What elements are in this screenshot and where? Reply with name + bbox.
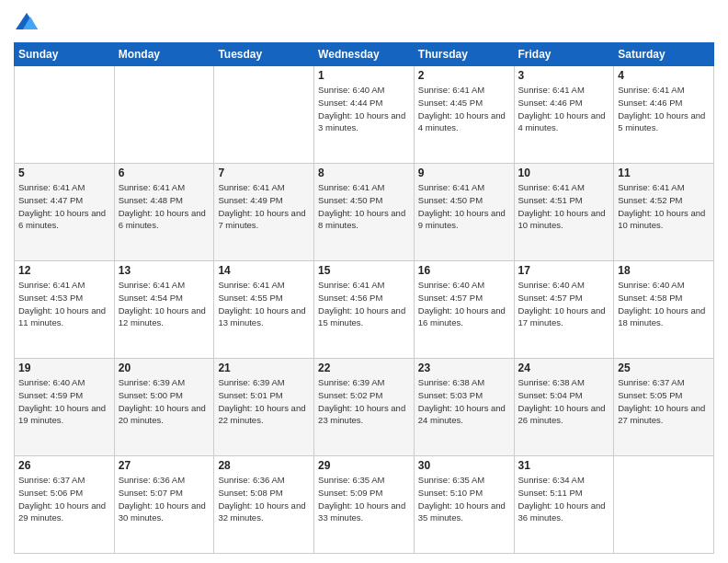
calendar-cell: 24Sunrise: 6:38 AM Sunset: 5:04 PM Dayli… <box>514 359 614 456</box>
calendar-cell: 30Sunrise: 6:35 AM Sunset: 5:10 PM Dayli… <box>414 456 514 554</box>
calendar-cell <box>15 66 115 164</box>
calendar-cell: 29Sunrise: 6:35 AM Sunset: 5:09 PM Dayli… <box>314 456 415 554</box>
day-number: 9 <box>418 167 510 179</box>
calendar-cell: 16Sunrise: 6:40 AM Sunset: 4:57 PM Dayli… <box>414 261 514 359</box>
calendar-cell: 23Sunrise: 6:38 AM Sunset: 5:03 PM Dayli… <box>414 359 514 456</box>
day-info: Sunrise: 6:41 AM Sunset: 4:47 PM Dayligh… <box>18 181 110 232</box>
day-number: 2 <box>418 69 510 82</box>
day-info: Sunrise: 6:41 AM Sunset: 4:56 PM Dayligh… <box>318 279 410 329</box>
day-number: 26 <box>18 459 110 472</box>
day-number: 11 <box>618 167 710 179</box>
calendar-cell: 13Sunrise: 6:41 AM Sunset: 4:54 PM Dayli… <box>114 261 214 359</box>
calendar-cell: 3Sunrise: 6:41 AM Sunset: 4:46 PM Daylig… <box>514 66 614 164</box>
day-number: 28 <box>218 459 310 472</box>
calendar-cell: 14Sunrise: 6:41 AM Sunset: 4:55 PM Dayli… <box>214 261 314 359</box>
calendar-col-header: Sunday <box>15 43 115 66</box>
calendar-cell: 31Sunrise: 6:34 AM Sunset: 5:11 PM Dayli… <box>514 456 614 554</box>
calendar-col-header: Tuesday <box>214 43 314 66</box>
day-info: Sunrise: 6:41 AM Sunset: 4:49 PM Dayligh… <box>218 181 310 232</box>
day-number: 12 <box>18 264 110 277</box>
calendar-cell: 27Sunrise: 6:36 AM Sunset: 5:07 PM Dayli… <box>114 456 214 554</box>
calendar-cell: 8Sunrise: 6:41 AM Sunset: 4:50 PM Daylig… <box>314 164 415 261</box>
day-number: 23 <box>418 362 510 374</box>
logo-icon <box>14 9 40 35</box>
day-info: Sunrise: 6:40 AM Sunset: 4:59 PM Dayligh… <box>18 376 110 427</box>
calendar-cell: 10Sunrise: 6:41 AM Sunset: 4:51 PM Dayli… <box>514 164 614 261</box>
day-number: 5 <box>18 167 110 179</box>
day-number: 3 <box>518 69 610 82</box>
calendar-cell: 9Sunrise: 6:41 AM Sunset: 4:50 PM Daylig… <box>414 164 514 261</box>
calendar-cell: 25Sunrise: 6:37 AM Sunset: 5:05 PM Dayli… <box>614 359 714 456</box>
day-number: 14 <box>218 264 310 277</box>
calendar-cell: 18Sunrise: 6:40 AM Sunset: 4:58 PM Dayli… <box>614 261 714 359</box>
day-number: 31 <box>518 459 610 472</box>
day-info: Sunrise: 6:36 AM Sunset: 5:08 PM Dayligh… <box>218 474 310 524</box>
calendar-cell <box>114 66 214 164</box>
day-info: Sunrise: 6:41 AM Sunset: 4:53 PM Dayligh… <box>18 279 110 329</box>
day-info: Sunrise: 6:34 AM Sunset: 5:11 PM Dayligh… <box>518 474 610 524</box>
day-number: 22 <box>318 362 410 374</box>
day-number: 20 <box>119 362 210 374</box>
day-info: Sunrise: 6:35 AM Sunset: 5:09 PM Dayligh… <box>318 474 410 524</box>
day-number: 18 <box>618 264 710 277</box>
day-info: Sunrise: 6:41 AM Sunset: 4:51 PM Dayligh… <box>518 181 610 232</box>
calendar-col-header: Saturday <box>614 43 714 66</box>
day-info: Sunrise: 6:37 AM Sunset: 5:05 PM Dayligh… <box>618 376 710 427</box>
day-info: Sunrise: 6:41 AM Sunset: 4:48 PM Dayligh… <box>119 181 210 232</box>
day-number: 15 <box>318 264 410 277</box>
day-number: 29 <box>318 459 410 472</box>
calendar-week-row: 5Sunrise: 6:41 AM Sunset: 4:47 PM Daylig… <box>15 164 714 261</box>
calendar-cell: 11Sunrise: 6:41 AM Sunset: 4:52 PM Dayli… <box>614 164 714 261</box>
day-number: 10 <box>518 167 610 179</box>
calendar-week-row: 26Sunrise: 6:37 AM Sunset: 5:06 PM Dayli… <box>15 456 714 554</box>
day-info: Sunrise: 6:41 AM Sunset: 4:46 PM Dayligh… <box>518 84 610 134</box>
day-info: Sunrise: 6:41 AM Sunset: 4:50 PM Dayligh… <box>418 181 510 232</box>
calendar-col-header: Wednesday <box>314 43 415 66</box>
day-info: Sunrise: 6:39 AM Sunset: 5:00 PM Dayligh… <box>119 376 210 427</box>
calendar-cell: 5Sunrise: 6:41 AM Sunset: 4:47 PM Daylig… <box>15 164 115 261</box>
day-number: 27 <box>119 459 210 472</box>
day-info: Sunrise: 6:38 AM Sunset: 5:04 PM Dayligh… <box>518 376 610 427</box>
calendar-cell: 21Sunrise: 6:39 AM Sunset: 5:01 PM Dayli… <box>214 359 314 456</box>
day-number: 8 <box>318 167 410 179</box>
day-number: 4 <box>618 69 710 82</box>
calendar-cell: 22Sunrise: 6:39 AM Sunset: 5:02 PM Dayli… <box>314 359 415 456</box>
calendar-week-row: 19Sunrise: 6:40 AM Sunset: 4:59 PM Dayli… <box>15 359 714 456</box>
calendar-cell: 17Sunrise: 6:40 AM Sunset: 4:57 PM Dayli… <box>514 261 614 359</box>
calendar-cell: 7Sunrise: 6:41 AM Sunset: 4:49 PM Daylig… <box>214 164 314 261</box>
day-info: Sunrise: 6:40 AM Sunset: 4:57 PM Dayligh… <box>418 279 510 329</box>
calendar-table: SundayMondayTuesdayWednesdayThursdayFrid… <box>14 42 714 554</box>
day-info: Sunrise: 6:41 AM Sunset: 4:52 PM Dayligh… <box>618 181 710 232</box>
calendar-cell: 19Sunrise: 6:40 AM Sunset: 4:59 PM Dayli… <box>15 359 115 456</box>
calendar-cell: 12Sunrise: 6:41 AM Sunset: 4:53 PM Dayli… <box>15 261 115 359</box>
day-number: 16 <box>418 264 510 277</box>
calendar-cell: 6Sunrise: 6:41 AM Sunset: 4:48 PM Daylig… <box>114 164 214 261</box>
calendar-week-row: 12Sunrise: 6:41 AM Sunset: 4:53 PM Dayli… <box>15 261 714 359</box>
day-info: Sunrise: 6:40 AM Sunset: 4:58 PM Dayligh… <box>618 279 710 329</box>
day-info: Sunrise: 6:40 AM Sunset: 4:44 PM Dayligh… <box>318 84 410 134</box>
day-info: Sunrise: 6:38 AM Sunset: 5:03 PM Dayligh… <box>418 376 510 427</box>
calendar-header-row: SundayMondayTuesdayWednesdayThursdayFrid… <box>15 43 714 66</box>
calendar-cell: 4Sunrise: 6:41 AM Sunset: 4:46 PM Daylig… <box>614 66 714 164</box>
day-info: Sunrise: 6:41 AM Sunset: 4:46 PM Dayligh… <box>618 84 710 134</box>
calendar-cell: 2Sunrise: 6:41 AM Sunset: 4:45 PM Daylig… <box>414 66 514 164</box>
day-number: 24 <box>518 362 610 374</box>
calendar-col-header: Thursday <box>414 43 514 66</box>
day-number: 7 <box>218 167 310 179</box>
calendar-cell <box>614 456 714 554</box>
day-number: 6 <box>119 167 210 179</box>
calendar-cell: 28Sunrise: 6:36 AM Sunset: 5:08 PM Dayli… <box>214 456 314 554</box>
day-number: 25 <box>618 362 710 374</box>
calendar-cell: 15Sunrise: 6:41 AM Sunset: 4:56 PM Dayli… <box>314 261 415 359</box>
day-info: Sunrise: 6:41 AM Sunset: 4:55 PM Dayligh… <box>218 279 310 329</box>
day-info: Sunrise: 6:40 AM Sunset: 4:57 PM Dayligh… <box>518 279 610 329</box>
day-number: 19 <box>18 362 110 374</box>
calendar-col-header: Friday <box>514 43 614 66</box>
day-info: Sunrise: 6:41 AM Sunset: 4:50 PM Dayligh… <box>318 181 410 232</box>
day-number: 30 <box>418 459 510 472</box>
day-info: Sunrise: 6:35 AM Sunset: 5:10 PM Dayligh… <box>418 474 510 524</box>
day-info: Sunrise: 6:41 AM Sunset: 4:54 PM Dayligh… <box>119 279 210 329</box>
day-number: 17 <box>518 264 610 277</box>
day-number: 21 <box>218 362 310 374</box>
calendar-week-row: 1Sunrise: 6:40 AM Sunset: 4:44 PM Daylig… <box>15 66 714 164</box>
